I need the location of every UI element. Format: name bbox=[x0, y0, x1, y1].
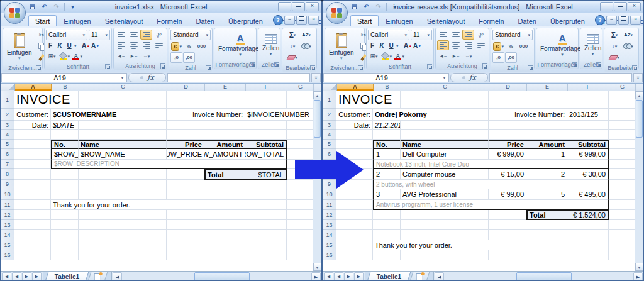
currency-button[interactable]: €▾ bbox=[170, 41, 182, 52]
help-button[interactable]: ? bbox=[595, 15, 605, 25]
percent-button[interactable]: % bbox=[183, 41, 195, 52]
cell-A8[interactable] bbox=[14, 169, 51, 180]
cell-C16[interactable] bbox=[79, 250, 167, 260]
cell-D16[interactable] bbox=[167, 250, 204, 260]
align-center-button[interactable] bbox=[450, 40, 462, 50]
column-header-F[interactable]: F bbox=[246, 84, 287, 91]
borders-button[interactable]: ⊞▾ bbox=[368, 51, 380, 62]
row-header-12[interactable]: 12 bbox=[1, 210, 14, 220]
cell-E1[interactable] bbox=[526, 91, 567, 109]
row-header-4[interactable]: 4 bbox=[323, 130, 336, 140]
cell-C15[interactable] bbox=[79, 240, 167, 250]
cell-F3[interactable] bbox=[567, 121, 609, 130]
formula-input[interactable] bbox=[489, 73, 632, 82]
cell-B16[interactable] bbox=[51, 250, 79, 260]
cell-E14[interactable] bbox=[204, 230, 245, 240]
minimize-button[interactable]: – bbox=[600, 2, 613, 11]
workbook-restore-button[interactable] bbox=[296, 16, 307, 25]
cell-G3[interactable] bbox=[287, 121, 313, 130]
add-decimal-button[interactable]: ,0 bbox=[492, 52, 504, 63]
close-button[interactable]: × bbox=[306, 2, 319, 11]
row-header-15[interactable]: 15 bbox=[1, 240, 14, 250]
hscroll-right-button[interactable]: ▶ bbox=[633, 272, 643, 281]
row-header-10[interactable]: 10 bbox=[323, 189, 336, 200]
cell-B5[interactable]: No. bbox=[373, 140, 401, 149]
align-middle-button[interactable] bbox=[128, 30, 140, 40]
cell-F4[interactable] bbox=[567, 130, 609, 140]
remove-decimal-button[interactable]: ,00 bbox=[505, 52, 517, 63]
cell-A16[interactable] bbox=[336, 250, 373, 260]
cell-F5[interactable]: Subtotal bbox=[567, 140, 609, 149]
fill-color-button[interactable]: ▾ bbox=[380, 51, 392, 62]
maximize-button[interactable] bbox=[292, 2, 305, 11]
next-sheet-button[interactable]: ▶ bbox=[344, 272, 353, 281]
align-right-button[interactable] bbox=[140, 40, 152, 50]
cell-F2[interactable]: 2013/125 bbox=[567, 109, 609, 121]
align-bottom-button[interactable] bbox=[140, 30, 152, 40]
cell-E15[interactable] bbox=[204, 240, 245, 250]
cell-F11[interactable] bbox=[245, 200, 287, 210]
find-select-button[interactable]: ▾ bbox=[623, 41, 635, 52]
cell-B13[interactable] bbox=[373, 220, 401, 230]
cell-G6[interactable] bbox=[609, 149, 635, 160]
font-name-select[interactable]: Calibri▾ bbox=[46, 30, 87, 40]
grow-font-button[interactable]: A▲ bbox=[404, 41, 413, 50]
vertical-scroll-thumb[interactable] bbox=[636, 100, 643, 138]
cell-F14[interactable] bbox=[567, 230, 609, 240]
cell-D14[interactable] bbox=[489, 230, 526, 240]
cell-F5[interactable]: Subtotal bbox=[245, 140, 287, 149]
ribbon-tab-einfügen[interactable]: Einfügen bbox=[57, 15, 97, 26]
cell-A1[interactable]: INVOICE bbox=[336, 91, 401, 109]
cell-D5[interactable]: Price bbox=[489, 140, 526, 149]
sort-filter-button[interactable]: AZ▾ bbox=[623, 30, 635, 40]
cell-D16[interactable] bbox=[489, 250, 526, 260]
dialog-launcher-icon[interactable] bbox=[310, 65, 315, 70]
cell-B9[interactable] bbox=[51, 180, 79, 189]
horizontal-scrollbar[interactable]: ◀▶ bbox=[111, 272, 321, 281]
last-sheet-button[interactable]: ▶ bbox=[32, 272, 42, 281]
cell-D15[interactable] bbox=[167, 240, 204, 250]
align-right-button[interactable] bbox=[462, 40, 474, 50]
cell-A12[interactable] bbox=[336, 210, 373, 220]
cell-F12[interactable] bbox=[245, 210, 287, 220]
minimize-button[interactable]: – bbox=[278, 2, 291, 11]
cell-F16[interactable] bbox=[245, 250, 287, 260]
cell-A11[interactable] bbox=[14, 200, 51, 210]
scroll-down-button[interactable]: ▼ bbox=[313, 263, 321, 271]
font-size-select[interactable]: 11▾ bbox=[89, 30, 110, 40]
row-header-2[interactable]: 2 bbox=[1, 109, 14, 121]
dialog-launcher-icon[interactable] bbox=[596, 62, 601, 67]
merge-center-button[interactable]: ⇔▾ bbox=[140, 51, 152, 61]
insert-sheet-button[interactable] bbox=[88, 272, 108, 281]
ribbon-tab-daten[interactable]: Daten bbox=[189, 15, 221, 26]
cell-C5[interactable]: Name bbox=[401, 140, 489, 149]
cell-E12[interactable]: Total bbox=[526, 210, 567, 220]
cell-B16[interactable] bbox=[373, 250, 401, 260]
ribbon-tab-start[interactable]: Start bbox=[350, 15, 379, 26]
sheet-tab-tabelle1[interactable]: Tabelle1 bbox=[367, 272, 411, 281]
clear-button[interactable]: ▾ bbox=[287, 52, 299, 63]
close-button[interactable]: × bbox=[628, 2, 641, 11]
ribbon-tab-seitenlayout[interactable]: Seitenlayout bbox=[420, 15, 472, 26]
cell-D12[interactable] bbox=[489, 210, 526, 220]
cell-D8[interactable] bbox=[167, 169, 204, 180]
find-select-button[interactable]: ▾ bbox=[301, 41, 313, 52]
decrease-indent-button[interactable]: ◄≡ bbox=[437, 51, 449, 61]
dialog-launcher-icon[interactable] bbox=[528, 65, 533, 70]
row-header-3[interactable]: 3 bbox=[1, 121, 14, 130]
cell-D4[interactable] bbox=[167, 130, 204, 140]
cell-A5[interactable] bbox=[14, 140, 51, 149]
cell-G4[interactable] bbox=[609, 130, 635, 140]
cell-A2[interactable]: Customer: bbox=[14, 109, 51, 121]
cell-F12[interactable]: € 1.524,00 bbox=[567, 210, 609, 220]
cell-F6[interactable]: ROW_TOTAL bbox=[245, 149, 287, 160]
wrap-text-button[interactable] bbox=[153, 40, 165, 50]
column-header-C[interactable]: C bbox=[79, 84, 167, 91]
italic-button[interactable]: K bbox=[377, 41, 386, 50]
cell-D13[interactable] bbox=[167, 220, 204, 230]
cell-B8[interactable] bbox=[51, 169, 79, 180]
cell-A15[interactable] bbox=[336, 240, 373, 250]
bold-button[interactable]: F bbox=[46, 41, 55, 50]
autosum-button[interactable]: Σ▾ bbox=[609, 30, 621, 40]
cell-D4[interactable] bbox=[489, 130, 526, 140]
